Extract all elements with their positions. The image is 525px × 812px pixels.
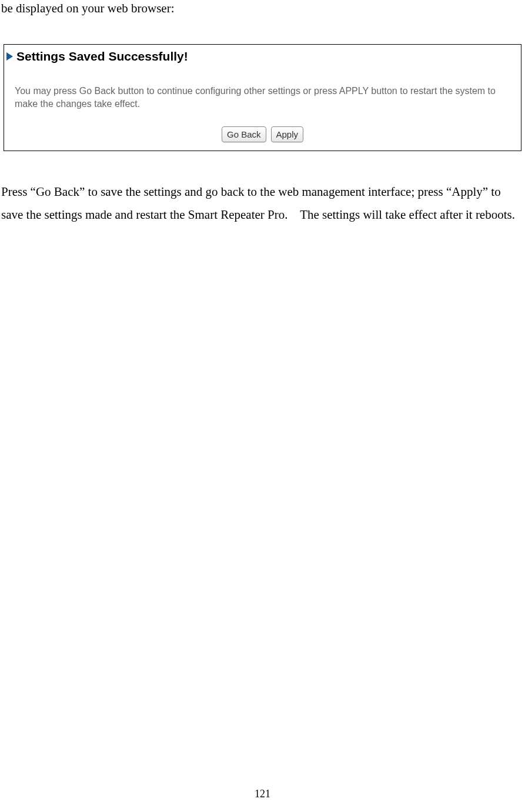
screenshot-title: Settings Saved Successfully! — [16, 49, 188, 64]
go-back-button[interactable]: Go Back — [222, 126, 266, 142]
arrow-right-icon — [6, 52, 13, 61]
intro-text: be displayed on your web browser: — [0, 1, 525, 16]
page-number: 121 — [0, 788, 525, 800]
instructions-paragraph: Press “Go Back” to save the settings and… — [0, 181, 525, 226]
settings-saved-screenshot: Settings Saved Successfully! You may pre… — [4, 44, 521, 151]
apply-button[interactable]: Apply — [271, 126, 304, 142]
screenshot-header: Settings Saved Successfully! — [4, 45, 521, 67]
button-row: Go Back Apply — [4, 126, 521, 142]
screenshot-body-text: You may press Go Back button to continue… — [4, 67, 521, 116]
